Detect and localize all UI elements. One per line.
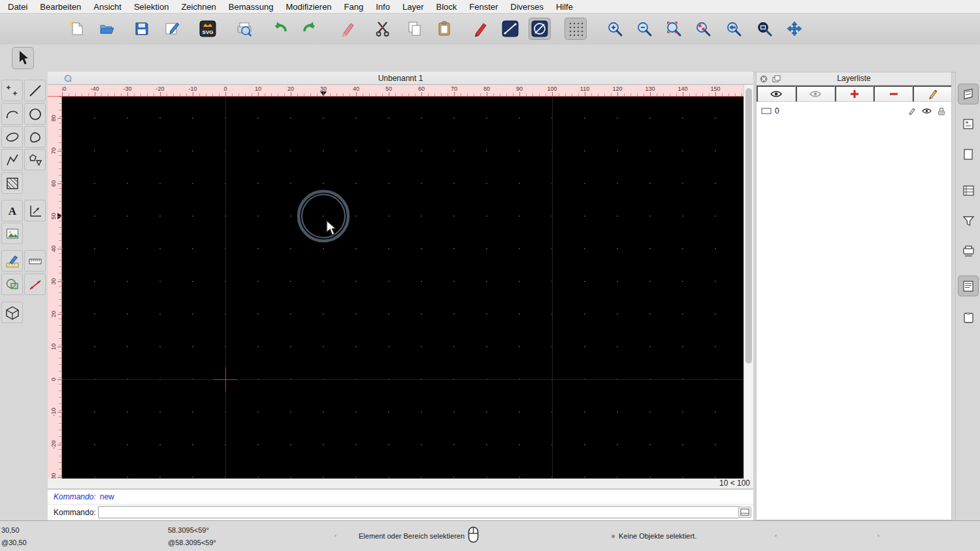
menu-layer[interactable]: Layer [402, 2, 424, 12]
layer-visibility-icon[interactable] [922, 108, 932, 114]
image-tool-button[interactable] [1, 223, 23, 244]
ruler-top-label: 20 [287, 86, 294, 92]
zoom-window-button[interactable] [753, 18, 776, 40]
layer-edit-icon[interactable] [908, 107, 916, 115]
command-line-toggle[interactable] [958, 276, 979, 296]
menu-bemassung[interactable]: Bemassung [229, 2, 274, 12]
menu-info[interactable]: Info [376, 2, 390, 12]
layer-panel-toolbar [757, 86, 951, 102]
library-browser-toggle[interactable] [958, 240, 979, 261]
zoom-redraw-icon [694, 20, 711, 37]
line-tool-button[interactable] [24, 80, 46, 101]
pan-button[interactable] [783, 18, 806, 40]
block-list-toggle[interactable] [958, 144, 979, 165]
measure-distance-tool-button[interactable] [24, 274, 46, 295]
polygon-tool-button[interactable] [24, 149, 46, 170]
cut-button[interactable] [372, 18, 394, 40]
horizontal-scroll-strip[interactable]: 10 < 100 [48, 479, 753, 489]
ruler-left-label: -10 [50, 407, 57, 417]
drawn-circle[interactable] [291, 183, 356, 249]
text-tool-button[interactable]: A [1, 200, 23, 221]
svg-export-button[interactable]: SVG [197, 18, 219, 40]
hatch-icon [5, 176, 20, 191]
auto-zoom-button[interactable] [662, 18, 685, 40]
zoom-redraw-button[interactable] [692, 18, 714, 40]
edit-layer-button[interactable] [913, 86, 951, 102]
menu-hilfe[interactable]: Hilfe [556, 2, 573, 12]
relative-polar: @58.3095<59° [168, 537, 216, 549]
save-button[interactable] [131, 18, 153, 40]
paste-button[interactable] [434, 18, 456, 40]
view-list-toggle[interactable] [958, 180, 979, 201]
menu-modifizieren[interactable]: Modifizieren [286, 2, 332, 12]
close-panel-button[interactable] [759, 74, 768, 84]
origin-crosshair [214, 368, 237, 391]
ruler-tick [62, 92, 63, 96]
ruler-tick [57, 118, 61, 119]
layer-list-toggle[interactable] [958, 114, 979, 134]
main-toolbar: SVG [0, 14, 980, 45]
menu-bearbeiten[interactable]: Bearbeiten [40, 2, 81, 12]
zoom-in-button[interactable] [604, 18, 626, 40]
menu-zeichnen[interactable]: Zeichnen [181, 2, 216, 12]
dock-toggle-strip [955, 72, 980, 520]
selection-pointer-button[interactable] [12, 47, 34, 69]
erase-button[interactable] [337, 18, 359, 40]
new-document-icon [68, 20, 85, 37]
layer-lock-icon[interactable] [938, 107, 945, 116]
zoom-previous-button[interactable] [723, 18, 745, 40]
ruler-tool-button[interactable] [24, 250, 46, 272]
hatch-tool-button[interactable] [1, 172, 23, 194]
drawing-canvas[interactable] [62, 97, 743, 479]
menu-datei[interactable]: Datei [8, 2, 27, 12]
menu-fang[interactable]: Fang [344, 2, 364, 12]
redo-button[interactable] [299, 18, 321, 40]
remove-layer-button[interactable] [874, 86, 913, 102]
print-preview-button[interactable] [233, 18, 255, 40]
ellipse-tool-button[interactable] [1, 126, 23, 148]
menu-ansicht[interactable]: Ansicht [93, 2, 122, 12]
command-options-button[interactable] [738, 507, 751, 518]
info-area-tool-button[interactable] [1, 274, 23, 295]
ruler-tick [585, 92, 585, 96]
circle-tool-button[interactable] [24, 103, 46, 125]
layer-row[interactable]: 0 [757, 104, 951, 118]
circle-attributes-button[interactable] [529, 18, 551, 40]
selection-filter-toggle[interactable] [958, 210, 979, 231]
property-editor-toggle[interactable] [958, 84, 979, 104]
command-input[interactable] [98, 506, 740, 518]
ruler-top-label: -10 [188, 86, 197, 92]
add-layer-button[interactable] [835, 86, 874, 102]
ruler-tick [127, 92, 128, 96]
show-all-layers-button[interactable] [757, 86, 796, 102]
ruler-top-label: -30 [123, 86, 131, 92]
arc-tool-button[interactable] [1, 103, 23, 125]
measure-tool-button[interactable] [1, 250, 23, 272]
undo-button[interactable] [269, 18, 291, 40]
line-attributes-button[interactable] [499, 18, 521, 40]
save-as-button[interactable] [161, 18, 184, 40]
menu-diverses[interactable]: Diverses [510, 2, 544, 12]
dimension-tool-button[interactable] [24, 200, 46, 221]
menu-block[interactable]: Block [436, 2, 457, 12]
pen-attributes-button[interactable] [470, 18, 492, 40]
vertical-scrollbar[interactable] [743, 85, 753, 479]
menu-selektion[interactable]: Selektion [134, 2, 169, 12]
open-file-button[interactable] [96, 18, 118, 40]
vertical-scrollbar-thumb[interactable] [745, 88, 752, 364]
ruler-top-label: -20 [155, 86, 164, 92]
solid-tool-button[interactable] [1, 302, 23, 323]
zoom-out-button[interactable] [633, 18, 655, 40]
show-active-layer-button[interactable] [796, 86, 835, 102]
points-tool-button[interactable] [1, 80, 23, 101]
menu-fenster[interactable]: Fenster [469, 2, 498, 12]
new-document-button[interactable] [65, 18, 88, 40]
grid-toggle-button[interactable] [564, 18, 587, 40]
spline-tool-button[interactable] [24, 126, 46, 148]
detach-panel-button[interactable] [772, 74, 781, 84]
polyline-tool-button[interactable] [1, 149, 23, 170]
zoom-out-icon [636, 20, 653, 37]
measure-distance-icon [28, 277, 42, 292]
clipboard-panel-toggle[interactable] [958, 307, 979, 328]
copy-button[interactable] [404, 18, 426, 40]
